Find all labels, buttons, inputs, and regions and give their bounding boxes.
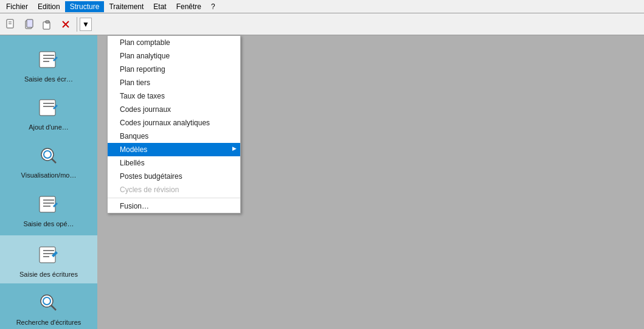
- sidebar-icon-recherche-ecritures: [34, 288, 63, 317]
- svg-rect-9: [40, 52, 55, 68]
- sidebar-label-visualisation: Visualisation/mo…: [21, 171, 77, 179]
- menu-item-plan-analytique[interactable]: Plan analytique: [108, 49, 240, 63]
- main-layout: Saisie des écr… Ajout d'une…: [0, 35, 644, 329]
- content-area: Plan comptable Plan analytique Plan repo…: [97, 35, 644, 329]
- svg-rect-4: [27, 19, 33, 27]
- menu-divider: [108, 198, 240, 198]
- svg-rect-6: [46, 21, 49, 23]
- menu-traitement[interactable]: Traitement: [104, 1, 148, 12]
- menubar: Fichier Edition Structure Traitement Eta…: [0, 0, 644, 13]
- sidebar-label-saisie-ope: Saisie des opé…: [23, 220, 74, 228]
- sidebar-item-visualisation[interactable]: Visualisation/mo…: [0, 136, 97, 184]
- sidebar-label-saisie-ecr-top: Saisie des écr…: [24, 75, 73, 83]
- structure-dropdown-menu: Plan comptable Plan analytique Plan repo…: [107, 35, 241, 213]
- menu-item-banques[interactable]: Banques: [108, 130, 240, 143]
- sidebar-icon-saisie-ope: [34, 190, 63, 219]
- toolbar-sep: [77, 17, 77, 32]
- menu-item-modeles[interactable]: Modèles: [108, 143, 240, 156]
- menu-item-codes-journaux[interactable]: Codes journaux: [108, 103, 240, 116]
- menu-item-taux-taxes[interactable]: Taux de taxes: [108, 89, 240, 103]
- menu-help[interactable]: ?: [206, 1, 220, 12]
- sidebar-item-saisie-ecr-top[interactable]: Saisie des écr…: [0, 40, 97, 88]
- menu-item-plan-comptable[interactable]: Plan comptable: [108, 36, 240, 49]
- svg-line-18: [52, 159, 56, 163]
- menu-item-postes-budgetaires[interactable]: Postes budgétaires: [108, 170, 240, 183]
- sidebar-icon-saisie-ecritures: [34, 240, 63, 269]
- menu-fenetre[interactable]: Fenêtre: [171, 1, 206, 12]
- toolbar-btn-copy[interactable]: [21, 16, 38, 33]
- sidebar-item-ajout[interactable]: Ajout d'une…: [0, 88, 97, 136]
- sidebar: Saisie des écr… Ajout d'une…: [0, 35, 97, 329]
- sidebar-label-ajout: Ajout d'une…: [29, 123, 69, 131]
- menu-etat[interactable]: Etat: [148, 1, 171, 12]
- menu-item-libelles[interactable]: Libellés: [108, 156, 240, 170]
- menu-item-plan-reporting[interactable]: Plan reporting: [108, 63, 240, 76]
- toolbar-btn-new[interactable]: [2, 16, 19, 33]
- sidebar-item-saisie-ope[interactable]: Saisie des opé…: [0, 185, 97, 233]
- toolbar-btn-delete[interactable]: [57, 16, 74, 33]
- svg-rect-19: [40, 196, 55, 212]
- toolbar-btn-paste[interactable]: [39, 16, 56, 33]
- menu-item-cycles-revision: Cycles de révision: [108, 183, 240, 196]
- toolbar-dropdown[interactable]: ▼: [80, 18, 92, 31]
- menu-item-plan-tiers[interactable]: Plan tiers: [108, 76, 240, 89]
- menu-structure[interactable]: Structure: [65, 1, 105, 12]
- menu-edition[interactable]: Edition: [33, 1, 65, 12]
- sidebar-icon-ajout: [34, 93, 63, 122]
- svg-rect-13: [40, 100, 55, 116]
- menu-item-fusion[interactable]: Fusion…: [108, 199, 240, 213]
- sidebar-item-recherche-ecritures[interactable]: Recherche d'écritures: [0, 283, 97, 329]
- sidebar-label-saisie-ecritures: Saisie des écritures: [19, 271, 78, 279]
- menu-item-codes-journaux-analytiques[interactable]: Codes journaux analytiques: [108, 116, 240, 130]
- sidebar-icon-saisie-ecr-top: [34, 45, 63, 74]
- sidebar-label-recherche-ecritures: Recherche d'écritures: [16, 319, 81, 327]
- svg-line-29: [51, 305, 56, 310]
- sidebar-icon-visualisation: [34, 141, 63, 170]
- toolbar: ▼: [0, 13, 644, 35]
- menu-fichier[interactable]: Fichier: [1, 1, 33, 12]
- sidebar-item-saisie-ecritures[interactable]: Saisie des écritures: [0, 235, 97, 283]
